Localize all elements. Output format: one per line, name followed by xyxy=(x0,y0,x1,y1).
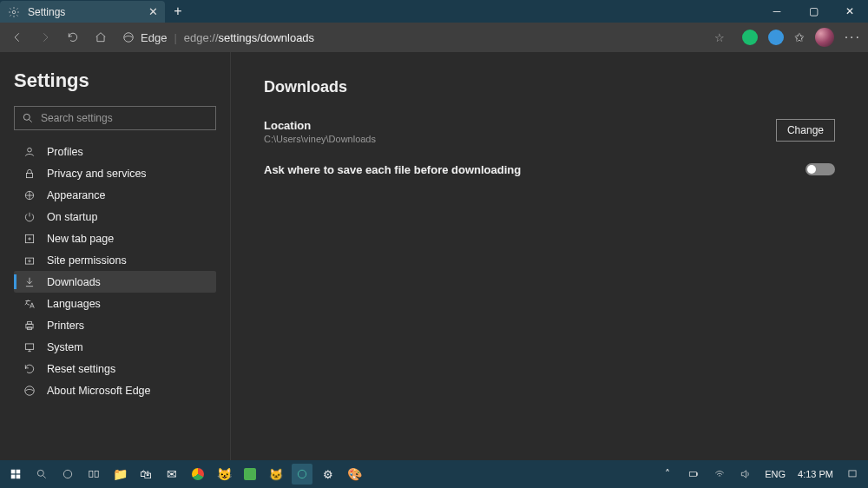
svg-point-18 xyxy=(37,470,43,476)
browser-tab[interactable]: Settings ✕ xyxy=(0,1,165,23)
svg-rect-16 xyxy=(11,475,16,479)
sidebar-item-label: About Microsoft Edge xyxy=(47,385,151,397)
favorites-icon[interactable]: ✩ xyxy=(794,30,805,44)
sidebar-item-printers[interactable]: Printers xyxy=(14,314,216,336)
minimize-button[interactable]: ─ xyxy=(759,0,795,23)
clock[interactable]: 4:13 PM xyxy=(794,469,837,479)
store-icon[interactable]: 🛍 xyxy=(135,464,156,485)
location-label: Location xyxy=(264,119,376,132)
system-icon xyxy=(23,340,36,354)
svg-rect-24 xyxy=(697,473,698,475)
close-tab-icon[interactable]: ✕ xyxy=(148,5,158,18)
svg-rect-15 xyxy=(16,470,21,474)
edge-logo-icon xyxy=(122,30,135,44)
sidebar-item-about-microsoft-edge[interactable]: About Microsoft Edge xyxy=(14,379,216,401)
task-view-icon[interactable] xyxy=(83,464,104,485)
download-icon xyxy=(23,275,36,289)
close-window-button[interactable]: ✕ xyxy=(832,0,868,23)
notification-icon[interactable] xyxy=(842,464,863,485)
svg-rect-25 xyxy=(849,471,856,477)
sidebar-item-label: System xyxy=(47,341,83,353)
home-button[interactable] xyxy=(90,27,111,48)
sidebar-item-label: Site permissions xyxy=(47,254,127,267)
sidebar-item-on-startup[interactable]: On startup xyxy=(14,206,216,228)
forward-button[interactable] xyxy=(35,27,56,48)
paint-icon[interactable]: 🎨 xyxy=(344,464,365,485)
svg-rect-10 xyxy=(28,321,32,324)
svg-rect-9 xyxy=(26,324,33,328)
svg-point-13 xyxy=(25,386,35,395)
tray-chevron-icon[interactable]: ˄ xyxy=(657,464,678,485)
svg-rect-21 xyxy=(95,472,98,478)
sidebar-item-appearance[interactable]: Appearance xyxy=(14,184,216,206)
reset-icon xyxy=(23,362,36,376)
sidebar-title: Settings xyxy=(14,69,216,92)
more-menu-icon[interactable]: ··· xyxy=(845,30,861,45)
sidebar-item-label: New tab page xyxy=(47,233,114,245)
sidebar-item-label: Privacy and services xyxy=(47,168,147,180)
appearance-icon xyxy=(23,188,36,202)
svg-point-22 xyxy=(298,470,306,478)
browser-toolbar: Edge | edge://settings/downloads ☆ ✩ ··· xyxy=(0,23,868,52)
edge-label: Edge xyxy=(141,31,167,44)
search-settings-input[interactable]: Search settings xyxy=(14,106,216,130)
start-button[interactable] xyxy=(5,464,26,485)
url-text: edge://settings/downloads xyxy=(184,31,314,44)
svg-rect-12 xyxy=(25,343,33,348)
ask-save-toggle[interactable] xyxy=(806,163,835,175)
favorite-star-icon[interactable]: ☆ xyxy=(714,31,725,44)
languages-icon xyxy=(23,297,36,311)
change-location-button[interactable]: Change xyxy=(776,119,835,142)
app-icon-2[interactable] xyxy=(240,464,260,485)
chrome-icon[interactable] xyxy=(187,464,208,485)
newtab-icon xyxy=(23,232,36,246)
search-task-icon[interactable] xyxy=(31,464,52,485)
sidebar-item-privacy-and-services[interactable]: Privacy and services xyxy=(14,162,216,184)
language-indicator[interactable]: ENG xyxy=(761,469,789,479)
sidebar-item-site-permissions[interactable]: Site permissions xyxy=(14,249,216,271)
printer-icon xyxy=(23,319,36,333)
sidebar-item-profiles[interactable]: Profiles xyxy=(14,141,216,162)
edge-task-icon[interactable] xyxy=(292,464,312,485)
back-button[interactable] xyxy=(7,27,28,48)
power-icon xyxy=(23,210,36,224)
sidebar-item-label: Reset settings xyxy=(47,363,115,375)
sidebar-item-new-tab-page[interactable]: New tab page xyxy=(14,228,216,249)
battery-icon[interactable] xyxy=(683,464,704,485)
mail-icon[interactable]: ✉ xyxy=(161,464,182,485)
search-placeholder: Search settings xyxy=(41,112,113,124)
svg-point-1 xyxy=(124,33,134,43)
extension-blue-icon[interactable] xyxy=(768,30,784,45)
cortana-icon[interactable] xyxy=(57,464,78,485)
maximize-button[interactable]: ▢ xyxy=(795,0,832,23)
settings-task-icon[interactable]: ⚙ xyxy=(318,464,339,485)
app-icon-1[interactable]: 😺 xyxy=(214,464,234,485)
settings-sidebar: Settings Search settings ProfilesPrivacy… xyxy=(0,52,231,460)
about-icon xyxy=(23,384,36,398)
app-icon-3[interactable]: 🐱 xyxy=(266,464,286,485)
svg-point-2 xyxy=(23,114,30,120)
svg-rect-23 xyxy=(690,472,697,477)
location-path: C:\Users\viney\Downloads xyxy=(264,134,376,144)
profile-icon xyxy=(23,145,36,159)
sidebar-item-label: Appearance xyxy=(47,189,105,201)
volume-icon[interactable] xyxy=(735,464,756,485)
sidebar-item-reset-settings[interactable]: Reset settings xyxy=(14,358,216,379)
sidebar-item-languages[interactable]: Languages xyxy=(14,293,216,314)
file-explorer-icon[interactable]: 📁 xyxy=(109,464,130,485)
sidebar-item-system[interactable]: System xyxy=(14,336,216,358)
profile-avatar[interactable] xyxy=(815,28,834,47)
sidebar-item-label: Downloads xyxy=(47,276,101,288)
ask-save-label: Ask where to save each file before downl… xyxy=(264,163,521,176)
extension-green-icon[interactable] xyxy=(742,30,758,45)
windows-taskbar: 📁 🛍 ✉ 😺 🐱 ⚙ 🎨 ˄ ENG 4:13 PM xyxy=(0,460,868,488)
refresh-button[interactable] xyxy=(62,27,83,48)
wifi-icon[interactable] xyxy=(709,464,730,485)
address-bar[interactable]: Edge | edge://settings/downloads ☆ xyxy=(118,27,728,48)
window-controls: ─ ▢ ✕ xyxy=(759,0,868,23)
sidebar-item-downloads[interactable]: Downloads xyxy=(14,271,216,293)
sidebar-item-label: Profiles xyxy=(47,146,83,158)
tab-title: Settings xyxy=(28,6,65,18)
new-tab-button[interactable]: + xyxy=(165,0,191,23)
title-bar: Settings ✕ + ─ ▢ ✕ xyxy=(0,0,868,23)
